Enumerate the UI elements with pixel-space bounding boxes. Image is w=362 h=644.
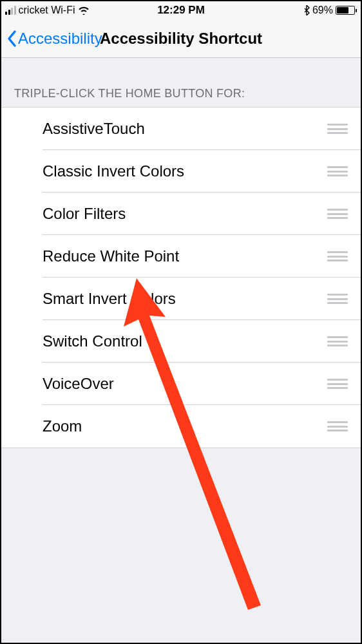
bluetooth-icon xyxy=(303,5,310,15)
option-label: Zoom xyxy=(43,417,327,435)
option-smart-invert-colors[interactable]: Smart Invert Colors xyxy=(1,278,361,320)
option-assistivetouch[interactable]: AssistiveTouch xyxy=(1,108,361,150)
back-label: Accessibility xyxy=(18,30,102,48)
status-bar: cricket Wi-Fi 12:29 PM 69% xyxy=(1,1,361,19)
nav-bar: Accessibility Accessibility Shortcut xyxy=(1,19,361,58)
option-classic-invert-colors[interactable]: Classic Invert Colors xyxy=(1,150,361,193)
option-reduce-white-point[interactable]: Reduce White Point xyxy=(1,235,361,278)
drag-handle-icon[interactable] xyxy=(327,166,348,176)
option-label: Switch Control xyxy=(43,332,327,350)
cellular-signal-icon xyxy=(5,6,16,15)
option-label: Classic Invert Colors xyxy=(43,162,327,180)
option-label: AssistiveTouch xyxy=(43,120,327,138)
page-title: Accessibility Shortcut xyxy=(100,30,262,48)
shortcut-options-list: AssistiveTouch Classic Invert Colors Col… xyxy=(1,107,361,448)
wifi-icon xyxy=(77,6,90,15)
option-label: Smart Invert Colors xyxy=(43,290,327,308)
section-header: TRIPLE-CLICK THE HOME BUTTON FOR: xyxy=(1,58,361,107)
drag-handle-icon[interactable] xyxy=(327,124,348,134)
chevron-left-icon xyxy=(6,30,17,48)
battery-icon xyxy=(336,6,357,15)
drag-handle-icon[interactable] xyxy=(327,421,348,431)
option-color-filters[interactable]: Color Filters xyxy=(1,193,361,235)
clock: 12:29 PM xyxy=(157,4,205,17)
option-zoom[interactable]: Zoom xyxy=(1,405,361,448)
drag-handle-icon[interactable] xyxy=(327,294,348,304)
option-label: Color Filters xyxy=(43,205,327,223)
option-voiceover[interactable]: VoiceOver xyxy=(1,363,361,405)
drag-handle-icon[interactable] xyxy=(327,379,348,389)
battery-percent: 69% xyxy=(312,5,333,16)
option-switch-control[interactable]: Switch Control xyxy=(1,320,361,363)
option-label: Reduce White Point xyxy=(43,247,327,265)
content-area: TRIPLE-CLICK THE HOME BUTTON FOR: Assist… xyxy=(1,58,361,643)
carrier-label: cricket Wi-Fi xyxy=(19,5,75,16)
drag-handle-icon[interactable] xyxy=(327,336,348,346)
option-label: VoiceOver xyxy=(43,375,327,393)
drag-handle-icon[interactable] xyxy=(327,251,348,261)
drag-handle-icon[interactable] xyxy=(327,209,348,219)
back-button[interactable]: Accessibility xyxy=(6,30,102,48)
